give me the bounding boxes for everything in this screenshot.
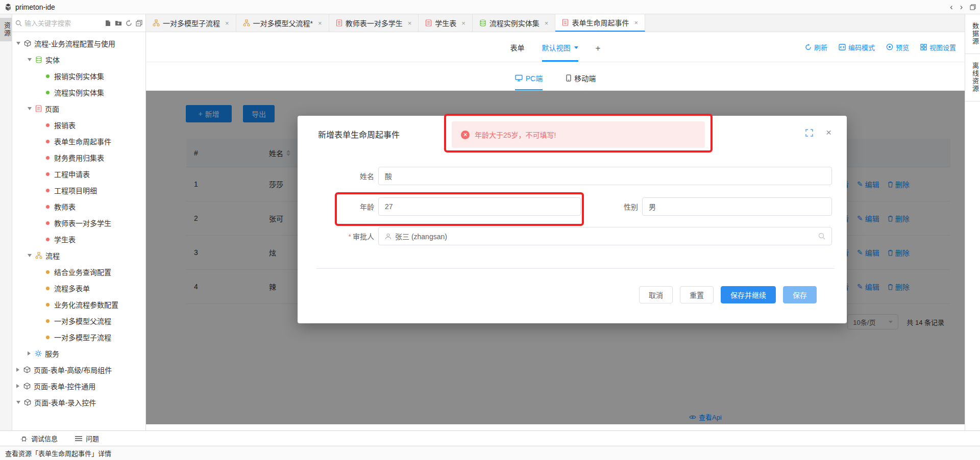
tree-item[interactable]: 工程申请表 bbox=[12, 166, 145, 182]
tab-表单生命周起事件[interactable]: 表单生命周起事件× bbox=[555, 14, 645, 32]
tree-item[interactable]: 业务化流程参数配置 bbox=[12, 296, 145, 313]
tree-label: 表单生命周起事件 bbox=[54, 136, 111, 146]
rail-tab-offline-resources[interactable]: 离线资源 bbox=[965, 54, 980, 101]
tab-一对多模型父流程[interactable]: 一对多模型父流程*× bbox=[236, 14, 329, 32]
editor-tabbar: 一对多模型子流程× 一对多模型父流程*× 教师表一对多学生× 学生表× 流程实例… bbox=[146, 14, 965, 32]
search-input[interactable] bbox=[24, 19, 105, 27]
close-icon[interactable]: × bbox=[461, 19, 465, 27]
tree-label: 页面-表单-高级/布局组件 bbox=[34, 365, 112, 375]
tree-item[interactable]: 结合业务查询配置 bbox=[12, 264, 145, 280]
code-mode-link[interactable]: 编码模式 bbox=[839, 42, 875, 52]
debug-info-label: 调试信息 bbox=[31, 433, 58, 443]
nav-back-icon[interactable]: ‹ bbox=[950, 3, 952, 11]
tree-label: 报销表 bbox=[54, 120, 76, 130]
tree-label: 一对多模型子流程 bbox=[54, 332, 111, 342]
caret-down-icon[interactable] bbox=[16, 42, 20, 45]
bottom-panel: 调试信息 问题 bbox=[0, 430, 980, 446]
tree-item[interactable]: 流程实例实体集 bbox=[12, 84, 145, 100]
status-bar: 查看资源「表单生命周起事件」详情 bbox=[0, 446, 980, 460]
add-record-modal: 新增表单生命周起事件 × ✕ 年龄大于25岁，不可填写! 姓名 酸 年龄 27 bbox=[298, 116, 847, 323]
collapse-all-icon[interactable] bbox=[136, 20, 142, 27]
close-icon[interactable]: × bbox=[545, 19, 549, 27]
tree-item[interactable]: 页面 bbox=[12, 100, 145, 117]
tab-一对多模型子流程[interactable]: 一对多模型子流程× bbox=[146, 14, 236, 32]
tab-学生表[interactable]: 学生表× bbox=[419, 14, 473, 32]
nav-forward-icon[interactable]: › bbox=[960, 3, 963, 11]
tree-label: 服务 bbox=[45, 348, 59, 359]
gender-field[interactable]: 男 bbox=[642, 197, 832, 216]
preview-link[interactable]: 预览 bbox=[886, 42, 909, 52]
tab-label: 流程实例实体集 bbox=[489, 18, 540, 28]
tree-label: 流程-业务流程配置与使用 bbox=[34, 38, 115, 48]
cancel-button[interactable]: 取消 bbox=[639, 286, 673, 303]
tree-item[interactable]: 报销表 bbox=[12, 117, 145, 133]
add-view-button[interactable]: + bbox=[596, 43, 601, 62]
tree-item[interactable]: 页面-表单-控件通用 bbox=[12, 378, 145, 394]
caret-down-icon[interactable] bbox=[28, 58, 32, 61]
reset-button[interactable]: 重置 bbox=[680, 286, 714, 303]
rail-tab-resources[interactable]: 资源 bbox=[0, 18, 12, 41]
refresh-link[interactable]: 刷新 bbox=[805, 42, 827, 52]
tree-item[interactable]: 教师表一对多学生 bbox=[12, 215, 145, 231]
tree-item[interactable]: 表单生命周起事件 bbox=[12, 133, 145, 149]
entity-db-icon bbox=[35, 56, 42, 63]
save-button[interactable]: 保存 bbox=[783, 286, 817, 303]
new-file-icon[interactable] bbox=[105, 20, 111, 27]
approver-field[interactable]: 张三 (zhangsan) bbox=[378, 227, 832, 245]
tree-item[interactable]: 学生表 bbox=[12, 231, 145, 247]
problems-tab[interactable]: 问题 bbox=[75, 433, 99, 443]
fullscreen-icon[interactable] bbox=[805, 129, 813, 137]
save-continue-button[interactable]: 保存并继续 bbox=[721, 286, 776, 303]
caret-right-icon[interactable] bbox=[16, 384, 19, 388]
modal-footer: 取消 重置 保存并继续 保存 bbox=[639, 286, 817, 303]
caret-down-icon[interactable] bbox=[28, 107, 32, 110]
tab-教师表一对多学生[interactable]: 教师表一对多学生× bbox=[329, 14, 419, 32]
page-form-icon bbox=[35, 105, 42, 112]
phone-icon bbox=[566, 74, 571, 82]
tree-item[interactable]: 教师表 bbox=[12, 198, 145, 215]
caret-right-icon[interactable] bbox=[28, 351, 31, 355]
flow-dot-icon bbox=[46, 319, 50, 323]
close-icon[interactable]: × bbox=[318, 19, 322, 27]
tree-item[interactable]: 服务 bbox=[12, 345, 145, 362]
tab-流程实例实体集[interactable]: 流程实例实体集× bbox=[473, 14, 556, 32]
form-label[interactable]: 表单 bbox=[510, 42, 525, 62]
tree-item[interactable]: 流程多表单 bbox=[12, 280, 145, 296]
tree-item[interactable]: 页面-表单-录入控件 bbox=[12, 394, 145, 411]
tab-mobile[interactable]: 移动端 bbox=[566, 73, 596, 90]
status-text: 查看资源「表单生命周起事件」详情 bbox=[5, 448, 111, 458]
tree-item[interactable]: 财务费用归集表 bbox=[12, 149, 145, 166]
restore-window-icon[interactable] bbox=[970, 4, 976, 10]
rail-tab-data-source[interactable]: 数据源 bbox=[965, 14, 980, 54]
close-icon[interactable]: × bbox=[826, 127, 831, 138]
tree-item[interactable]: 实体 bbox=[12, 52, 145, 68]
page-dot-icon bbox=[46, 156, 50, 160]
monitor-icon bbox=[515, 74, 523, 82]
debug-info-tab[interactable]: 调试信息 bbox=[20, 433, 58, 443]
tab-pc[interactable]: PC端 bbox=[515, 73, 543, 90]
tree-item[interactable]: 流程-业务流程配置与使用 bbox=[12, 35, 145, 52]
default-view-label: 默认视图 bbox=[542, 42, 571, 53]
tree-item[interactable]: 一对多模型父流程 bbox=[12, 313, 145, 329]
age-field[interactable]: 27 bbox=[378, 197, 581, 216]
default-view-tab[interactable]: 默认视图 bbox=[542, 42, 578, 62]
tree-item[interactable]: 页面-表单-高级/布局组件 bbox=[12, 362, 145, 378]
caret-down-icon[interactable] bbox=[28, 254, 32, 257]
caret-down-icon[interactable] bbox=[16, 401, 20, 404]
close-icon[interactable]: × bbox=[408, 19, 412, 27]
tree-label: 工程申请表 bbox=[54, 169, 90, 179]
close-icon[interactable]: × bbox=[634, 19, 638, 27]
tab-mobile-label: 移动端 bbox=[574, 73, 596, 83]
list-icon bbox=[75, 436, 82, 442]
tree-item[interactable]: 一对多模型子流程 bbox=[12, 329, 145, 345]
tree-item[interactable]: 工程项目明细 bbox=[12, 182, 145, 198]
new-folder-icon[interactable] bbox=[115, 20, 122, 26]
name-field[interactable]: 酸 bbox=[378, 167, 832, 185]
search-icon[interactable] bbox=[818, 233, 825, 240]
caret-right-icon[interactable] bbox=[16, 368, 19, 372]
refresh-icon[interactable] bbox=[126, 20, 132, 27]
tree-item[interactable]: 报销实例实体集 bbox=[12, 68, 145, 84]
close-icon[interactable]: × bbox=[225, 19, 229, 27]
view-settings-link[interactable]: 视图设置 bbox=[920, 42, 956, 52]
tree-item[interactable]: 流程 bbox=[12, 247, 145, 264]
